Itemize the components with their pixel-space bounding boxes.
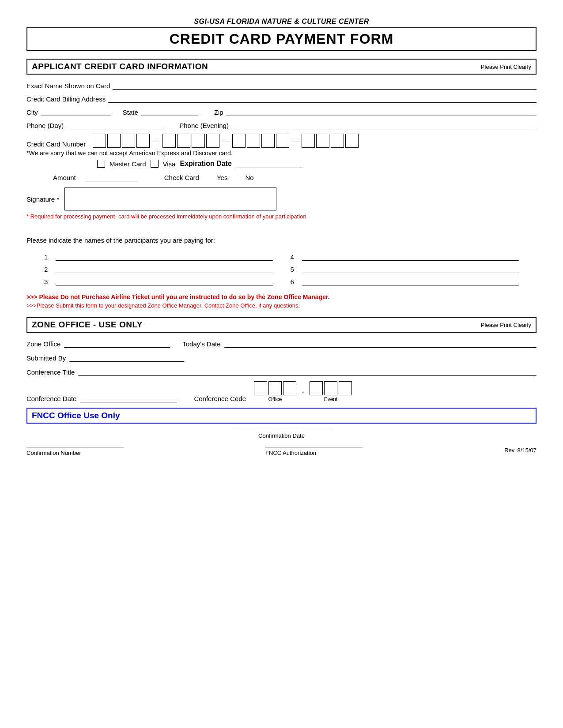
participant-row-3: 3 bbox=[44, 277, 273, 285]
cc-box-5[interactable] bbox=[162, 134, 176, 148]
amount-label: Amount bbox=[53, 174, 76, 181]
participant-field-6[interactable] bbox=[302, 277, 519, 285]
conf-date-label: Conference Date bbox=[26, 395, 76, 402]
cc-box-2[interactable] bbox=[107, 134, 121, 148]
cc-box-9[interactable] bbox=[232, 134, 246, 148]
checkcard-label: Check Card bbox=[164, 174, 199, 181]
cc-box-12[interactable] bbox=[276, 134, 289, 148]
office-box-2[interactable] bbox=[268, 381, 282, 395]
cc-box-7[interactable] bbox=[192, 134, 205, 148]
zone-office-field[interactable] bbox=[64, 339, 170, 348]
todays-date-label: Today's Date bbox=[182, 340, 220, 348]
expiration-label: Expiration Date bbox=[180, 160, 231, 168]
state-label: State bbox=[123, 109, 138, 116]
fncc-title: FNCC Office Use Only bbox=[32, 411, 120, 420]
office-label: Office bbox=[268, 396, 282, 402]
zone-header-note: Please Print Clearly bbox=[481, 322, 531, 328]
participant-row-2: 2 bbox=[44, 264, 273, 273]
form-title: CREDIT CARD PAYMENT FORM bbox=[26, 27, 537, 51]
airline-warning: >>> Please Do not Purchase Airline Ticke… bbox=[26, 293, 537, 300]
participant-field-3[interactable] bbox=[56, 277, 273, 285]
confirmation-number-label: Confirmation Number bbox=[26, 450, 81, 456]
rev-label: Rev. 8/15/07 bbox=[504, 447, 537, 454]
participants-intro: Please indicate the names of the partici… bbox=[26, 236, 537, 244]
mastercard-label: Master Card bbox=[110, 160, 146, 168]
participant-num-2: 2 bbox=[44, 266, 53, 273]
cc-dash-3: ---- bbox=[291, 137, 301, 144]
cc-box-3[interactable] bbox=[122, 134, 135, 148]
fncc-auth-label: FNCC Authorization bbox=[265, 450, 316, 456]
conf-title-field[interactable] bbox=[78, 367, 537, 376]
cc-box-16[interactable] bbox=[345, 134, 359, 148]
cc-box-4[interactable] bbox=[136, 134, 150, 148]
participant-field-2[interactable] bbox=[56, 264, 273, 273]
event-box-1[interactable] bbox=[310, 381, 323, 395]
office-box-1[interactable] bbox=[254, 381, 267, 395]
participant-num-3: 3 bbox=[44, 278, 53, 285]
participant-row-5: 5 bbox=[291, 264, 519, 273]
amount-row: Amount Check Card Yes No bbox=[53, 173, 537, 181]
submit-warning: >>>Please Submit this form to your desig… bbox=[26, 302, 537, 309]
submitted-by-label: Submitted By bbox=[26, 354, 66, 362]
todays-date-field[interactable] bbox=[224, 339, 537, 348]
applicant-header-title: APPLICANT CREDIT CARD INFORMATION bbox=[32, 62, 208, 71]
phone-day-label: Phone (Day) bbox=[26, 122, 64, 129]
cc-box-1[interactable] bbox=[93, 134, 106, 148]
zip-field[interactable] bbox=[226, 107, 537, 116]
expiration-field[interactable] bbox=[236, 159, 302, 168]
amex-notice-text: *We are sorry that we can not accept Ame… bbox=[26, 150, 233, 157]
cc-box-6[interactable] bbox=[177, 134, 190, 148]
confirmation-date-label: Confirmation Date bbox=[258, 432, 305, 439]
office-box-3[interactable] bbox=[283, 381, 296, 395]
conf-date-field[interactable] bbox=[80, 394, 177, 402]
name-row: Exact Name Shown on Card bbox=[26, 81, 537, 90]
event-box-3[interactable] bbox=[339, 381, 352, 395]
rev-item: Rev. 8/15/07 bbox=[504, 447, 537, 454]
conf-number-line bbox=[26, 447, 124, 447]
phone-row: Phone (Day) Phone (Evening) bbox=[26, 120, 537, 129]
zip-label: Zip bbox=[214, 109, 223, 116]
phone-day-field[interactable] bbox=[66, 120, 163, 129]
city-state-zip-row: City State Zip bbox=[26, 107, 537, 116]
participant-field-4[interactable] bbox=[302, 252, 519, 261]
amex-notice: *We are sorry that we can not accept Ame… bbox=[26, 150, 537, 157]
address-field[interactable] bbox=[108, 94, 537, 103]
mastercard-checkbox[interactable] bbox=[97, 160, 105, 168]
submitted-by-field[interactable] bbox=[69, 353, 184, 362]
cc-box-13[interactable] bbox=[302, 134, 315, 148]
conf-title-row: Conference Title bbox=[26, 367, 537, 376]
cc-dash-1: ---- bbox=[151, 137, 161, 144]
cc-box-15[interactable] bbox=[331, 134, 344, 148]
cc-box-14[interactable] bbox=[316, 134, 329, 148]
phone-evening-label: Phone (Evening) bbox=[179, 122, 229, 129]
participant-field-5[interactable] bbox=[302, 264, 519, 273]
applicant-section-header: APPLICANT CREDIT CARD INFORMATION Please… bbox=[26, 59, 537, 75]
zone-section: ZONE OFFICE - USE ONLY Please Print Clea… bbox=[26, 317, 537, 402]
amount-field[interactable] bbox=[85, 173, 138, 181]
city-label: City bbox=[26, 109, 38, 116]
zone-office-row: Zone Office Today's Date bbox=[26, 339, 537, 348]
fncc-auth-item: FNCC Authorization bbox=[265, 447, 363, 456]
name-field[interactable] bbox=[113, 81, 537, 90]
visa-checkbox[interactable] bbox=[151, 160, 159, 168]
participant-num-4: 4 bbox=[291, 253, 299, 261]
signature-row: Signature * bbox=[26, 188, 537, 210]
conf-date-code-row: Conference Date Conference Code Office -… bbox=[26, 381, 537, 402]
cc-number-label: Credit Card Number bbox=[26, 140, 86, 148]
cc-box-8[interactable] bbox=[206, 134, 219, 148]
fncc-section: FNCC Office Use Only bbox=[26, 408, 537, 424]
cc-number-row: Credit Card Number ---- ---- ---- bbox=[26, 134, 537, 148]
event-box-2[interactable] bbox=[324, 381, 337, 395]
participant-row-4: 4 bbox=[291, 252, 519, 261]
signature-box[interactable] bbox=[64, 188, 276, 210]
zone-header-title: ZONE OFFICE - USE ONLY bbox=[32, 320, 143, 330]
confirmation-number-item: Confirmation Number bbox=[26, 447, 124, 456]
participant-field-1[interactable] bbox=[56, 252, 273, 261]
cc-box-11[interactable] bbox=[261, 134, 275, 148]
state-field[interactable] bbox=[141, 107, 198, 116]
phone-evening-field[interactable] bbox=[231, 120, 537, 129]
cc-box-10[interactable] bbox=[247, 134, 260, 148]
applicant-header-note: Please Print Clearly bbox=[481, 64, 531, 70]
city-field[interactable] bbox=[41, 107, 111, 116]
address-label: Credit Card Billing Address bbox=[26, 95, 106, 103]
